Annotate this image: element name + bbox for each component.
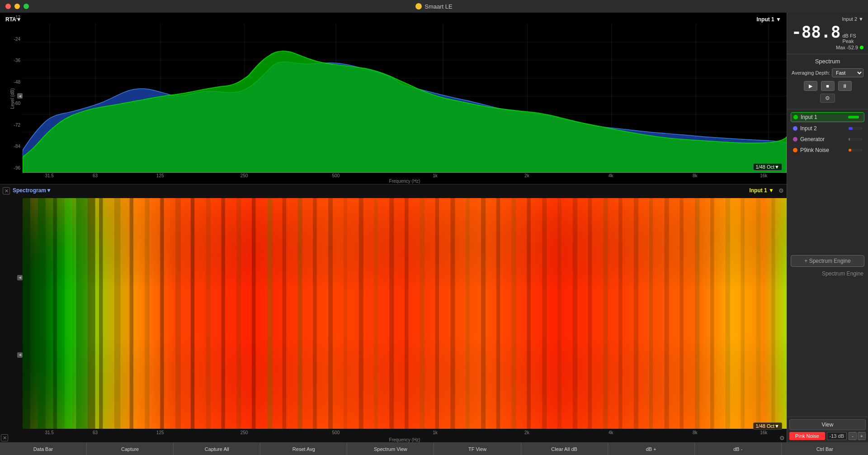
spectrogram-input-label[interactable]: Input 1 ▼ bbox=[749, 187, 774, 194]
x-axis-rta: 31.5 63 125 250 500 1k 2k 4k 8k 16k Freq… bbox=[23, 173, 787, 183]
channel-meter-input2 bbox=[849, 127, 862, 130]
capture-button[interactable]: Capture bbox=[87, 443, 174, 455]
rta-chart: RTA▼ Input 1 ▼ -12 -24 -36 -48 -60 -72 -… bbox=[0, 13, 787, 185]
svg-rect-62 bbox=[665, 198, 669, 429]
wrench-button[interactable]: ⚙ bbox=[820, 94, 835, 103]
spectro-x-4k: 4k bbox=[609, 430, 613, 435]
svg-rect-42 bbox=[359, 198, 363, 429]
spectro-x-125: 125 bbox=[156, 430, 164, 435]
spectrogram-label[interactable]: Spectrogram▼ bbox=[13, 187, 52, 194]
svg-rect-51 bbox=[496, 198, 500, 429]
db-controls: - + bbox=[849, 432, 866, 440]
rta-resolution[interactable]: 1/48 Oct▼ bbox=[753, 163, 782, 171]
spectro-x-8k: 8k bbox=[693, 430, 698, 435]
x-label-31: 31.5 bbox=[45, 173, 53, 178]
channel-generator[interactable]: Generator bbox=[791, 135, 864, 144]
capture-all-button[interactable]: Capture All bbox=[174, 443, 260, 455]
svg-rect-55 bbox=[557, 198, 561, 429]
stop-button[interactable]: ■ bbox=[821, 81, 835, 91]
svg-rect-49 bbox=[466, 198, 469, 429]
meter-value-row: -88.8 dB FS Peak bbox=[792, 23, 863, 44]
meter-max-row: Max -52.9 bbox=[792, 45, 863, 50]
scroll-handle-rta[interactable] bbox=[17, 93, 23, 99]
spectrum-view-button[interactable]: Spectrum View bbox=[347, 443, 434, 455]
pink-noise-button[interactable]: Pink Noise bbox=[789, 432, 825, 440]
channels-section: Input 1 Input 2 Generator bbox=[787, 109, 868, 253]
level-meter: Input 2 ▼ -88.8 dB FS Peak Max -52.9 bbox=[787, 13, 868, 54]
x-label-250: 250 bbox=[241, 173, 248, 178]
spectrogram-close-btn[interactable]: ✕ bbox=[3, 187, 10, 194]
svg-rect-24 bbox=[88, 198, 95, 429]
clear-all-db-button[interactable]: Clear All dB bbox=[521, 443, 608, 455]
view-button[interactable]: View bbox=[789, 419, 866, 430]
svg-rect-54 bbox=[542, 198, 547, 429]
bottom-toolbar: Data Bar Capture Capture All Reset Avg S… bbox=[0, 442, 868, 455]
maximize-button[interactable] bbox=[24, 4, 29, 9]
close-button[interactable] bbox=[5, 4, 11, 9]
x-label-2k: 2k bbox=[524, 173, 529, 178]
app-title: Smaart LE bbox=[415, 3, 452, 10]
channel-name-generator: Generator bbox=[800, 136, 846, 142]
play-button[interactable]: ▶ bbox=[804, 81, 817, 91]
spectro-svg bbox=[23, 198, 787, 429]
channel-pink-noise[interactable]: P9ink Noise bbox=[791, 146, 864, 155]
channel-indicator-generator bbox=[793, 137, 797, 142]
svg-rect-20 bbox=[38, 198, 46, 429]
channel-indicator-input1 bbox=[793, 115, 798, 119]
channel-indicator-pink-noise bbox=[793, 148, 797, 152]
channel-indicator-input2 bbox=[793, 126, 797, 131]
svg-rect-29 bbox=[160, 198, 164, 429]
spectro-bottom-close[interactable]: ✕ bbox=[0, 433, 9, 442]
svg-rect-48 bbox=[450, 198, 455, 429]
svg-rect-45 bbox=[405, 198, 408, 429]
meter-green-dot bbox=[860, 46, 863, 49]
channel-input1[interactable]: Input 1 bbox=[791, 112, 864, 122]
svg-rect-19 bbox=[23, 198, 30, 429]
rta-spectrum-svg bbox=[23, 24, 787, 173]
reset-avg-button[interactable]: Reset Avg bbox=[260, 443, 347, 455]
minimize-button[interactable] bbox=[14, 4, 20, 9]
spectrum-section: Spectrum Averaging Depth: Fast Medium Sl… bbox=[787, 54, 868, 109]
svg-rect-69 bbox=[771, 198, 775, 429]
spectrum-title: Spectrum bbox=[792, 58, 863, 65]
channel-name-input2: Input 2 bbox=[800, 125, 846, 132]
channel-meter-input1 bbox=[848, 116, 862, 118]
avg-depth-label: Averaging Depth: bbox=[792, 70, 830, 76]
meter-db-value: -88.8 bbox=[792, 23, 840, 41]
channel-meter-fill-pink-noise bbox=[849, 149, 851, 152]
data-bar-button[interactable]: Data Bar bbox=[0, 443, 87, 455]
svg-rect-37 bbox=[283, 198, 286, 429]
svg-rect-32 bbox=[206, 198, 211, 429]
channel-meter-fill-input2 bbox=[849, 127, 853, 130]
window-controls bbox=[5, 4, 29, 9]
svg-rect-65 bbox=[710, 198, 714, 429]
svg-rect-33 bbox=[221, 198, 225, 429]
meter-input-selector[interactable]: Input 2 ▼ bbox=[792, 16, 863, 22]
svg-rect-28 bbox=[145, 198, 149, 429]
x-axis-title-spectro: Frequency (Hz) bbox=[389, 437, 420, 442]
svg-rect-36 bbox=[267, 198, 273, 429]
pink-noise-row: Pink Noise -13 dB - + bbox=[789, 432, 866, 440]
channel-input2[interactable]: Input 2 bbox=[791, 124, 864, 133]
db-plus-button[interactable]: + bbox=[858, 432, 866, 440]
svg-rect-34 bbox=[236, 198, 241, 429]
spectrogram-settings-btn[interactable]: ⚙ bbox=[778, 187, 784, 194]
avg-depth-select[interactable]: Fast Medium Slow bbox=[832, 68, 863, 77]
charts-panel: RTA▼ Input 1 ▼ -12 -24 -36 -48 -60 -72 -… bbox=[0, 13, 787, 442]
tf-view-button[interactable]: TF View bbox=[434, 443, 521, 455]
x-axis-title-rta: Frequency (Hz) bbox=[389, 179, 420, 184]
svg-rect-21 bbox=[53, 198, 57, 429]
pause-button[interactable]: ⏸ bbox=[838, 81, 852, 91]
rta-input-selector[interactable]: Input 1 ▼ bbox=[756, 16, 781, 23]
svg-rect-53 bbox=[527, 198, 530, 429]
right-panel-spacer bbox=[787, 279, 868, 417]
db-plus-toolbar-button[interactable]: dB + bbox=[608, 443, 695, 455]
db-minus-toolbar-button[interactable]: dB - bbox=[695, 443, 782, 455]
svg-rect-50 bbox=[481, 198, 486, 429]
spectro-bottom-settings[interactable]: ⚙ bbox=[778, 433, 787, 442]
spectro-resolution[interactable]: 1/48 Oct▼ bbox=[753, 422, 782, 430]
db-minus-button[interactable]: - bbox=[849, 432, 857, 440]
db-display: -13 dB bbox=[827, 432, 847, 440]
ctrl-bar-button[interactable]: Ctrl Bar bbox=[782, 443, 868, 455]
add-engine-button[interactable]: + Spectrum Engine bbox=[791, 255, 864, 267]
